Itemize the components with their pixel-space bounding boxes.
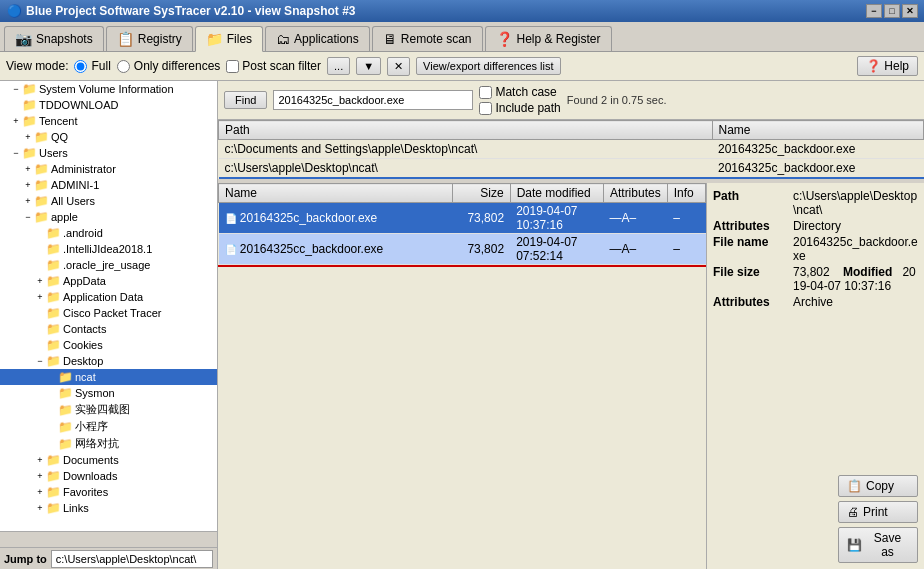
- tab-remote-scan-label: Remote scan: [401, 32, 472, 46]
- detail-path-label: Path: [713, 189, 793, 217]
- horizontal-scrollbar[interactable]: [0, 531, 217, 547]
- tree-item[interactable]: + 📁 QQ: [0, 129, 217, 145]
- post-scan-check[interactable]: [226, 60, 239, 73]
- tree-item[interactable]: 📁 Contacts: [0, 321, 217, 337]
- match-case-checkbox[interactable]: Match case: [479, 85, 560, 99]
- minimize-button[interactable]: −: [866, 4, 882, 18]
- tree-item[interactable]: 📁 实验四截图: [0, 401, 217, 418]
- match-case-label: Match case: [495, 85, 556, 99]
- table-row[interactable]: 📄 20164325c_backdoor.exe 73,802 2019-04-…: [219, 203, 706, 234]
- window-controls[interactable]: − □ ✕: [866, 4, 918, 18]
- tree-scroll-area[interactable]: − 📁 System Volume Information 📁 TDDOWNLO…: [0, 81, 217, 531]
- include-path-check[interactable]: [479, 102, 492, 115]
- files-col-name[interactable]: Name: [219, 184, 453, 203]
- action-buttons: 📋 Copy 🖨 Print 💾 Save as: [713, 475, 918, 563]
- tree-label: Administrator: [51, 163, 116, 175]
- tree-item[interactable]: 📁 Sysmon: [0, 385, 217, 401]
- tree-item[interactable]: − 📁 apple: [0, 209, 217, 225]
- include-path-checkbox[interactable]: Include path: [479, 101, 560, 115]
- tree-item[interactable]: + 📁 Links: [0, 500, 217, 516]
- tree-item[interactable]: − 📁 Users: [0, 145, 217, 161]
- tree-item[interactable]: 📁 .android: [0, 225, 217, 241]
- tree-item[interactable]: − 📁 Desktop: [0, 353, 217, 369]
- results-col-name[interactable]: Name: [712, 121, 924, 140]
- tree-item[interactable]: 📁 .IntelliJIdea2018.1: [0, 241, 217, 257]
- tab-snapshots[interactable]: 📷 Snapshots: [4, 26, 104, 51]
- save-as-button[interactable]: 💾 Save as: [838, 527, 918, 563]
- file-icon: 📄: [225, 244, 237, 255]
- files-col-date[interactable]: Date modified: [510, 184, 603, 203]
- tree-item[interactable]: + 📁 All Users: [0, 193, 217, 209]
- help-button[interactable]: ❓ Help: [857, 56, 918, 76]
- app-icon: 🔵: [6, 3, 22, 19]
- results-row[interactable]: c:\Documents and Settings\apple\Desktop\…: [219, 140, 924, 159]
- search-input[interactable]: [273, 90, 473, 110]
- tree-label: 实验四截图: [75, 402, 130, 417]
- detail-attrs-value: Directory: [793, 219, 918, 233]
- tree-item[interactable]: + 📁 Favorites: [0, 484, 217, 500]
- tree-item[interactable]: − 📁 System Volume Information: [0, 81, 217, 97]
- save-as-label: Save as: [866, 531, 909, 559]
- view-mode-label: View mode:: [6, 59, 68, 73]
- tree-item[interactable]: + 📁 Application Data: [0, 289, 217, 305]
- tree-item[interactable]: + 📁 Downloads: [0, 468, 217, 484]
- results-col-path[interactable]: Path: [219, 121, 713, 140]
- clear-filter-button[interactable]: ✕: [387, 57, 410, 76]
- window-title: Blue Project Software SysTracer v2.10 - …: [26, 4, 866, 18]
- tab-registry[interactable]: 📋 Registry: [106, 26, 193, 51]
- detail-filesize-label: File size: [713, 265, 793, 293]
- tree-item[interactable]: + 📁 Tencent: [0, 113, 217, 129]
- tree-item[interactable]: 📁 ncat: [0, 369, 217, 385]
- tab-applications[interactable]: 🗂 Applications: [265, 26, 370, 51]
- search-results-table: Path Name c:\Documents and Settings\appl…: [218, 120, 924, 179]
- folder-icon: 📁: [46, 322, 61, 336]
- tree-item[interactable]: 📁 网络对抗: [0, 435, 217, 452]
- only-diff-radio-group[interactable]: Only differences: [117, 59, 221, 73]
- tree-toggle: −: [34, 356, 46, 366]
- tree-label: Desktop: [63, 355, 103, 367]
- tree-item[interactable]: 📁 TDDOWNLOAD: [0, 97, 217, 113]
- results-row[interactable]: c:\Users\apple\Desktop\ncat\ 20164325c_b…: [219, 159, 924, 179]
- full-radio-group[interactable]: Full: [74, 59, 110, 73]
- copy-button[interactable]: 📋 Copy: [838, 475, 918, 497]
- tab-applications-label: Applications: [294, 32, 359, 46]
- files-col-size[interactable]: Size: [453, 184, 510, 203]
- right-panel: Find Match case Include path Found 2 in …: [218, 81, 924, 569]
- print-button[interactable]: 🖨 Print: [838, 501, 918, 523]
- left-panel: − 📁 System Volume Information 📁 TDDOWNLO…: [0, 81, 218, 569]
- post-scan-checkbox[interactable]: Post scan filter: [226, 59, 321, 73]
- match-case-check[interactable]: [479, 86, 492, 99]
- folder-icon: 📁: [46, 453, 61, 467]
- close-button[interactable]: ✕: [902, 4, 918, 18]
- jump-to-input[interactable]: [51, 550, 213, 568]
- tree-toggle: −: [22, 212, 34, 222]
- folder-icon: 📁: [22, 146, 37, 160]
- find-button[interactable]: Find: [224, 91, 267, 109]
- folder-icon: 📁: [58, 386, 73, 400]
- tab-help-register[interactable]: ❓ Help & Register: [485, 26, 612, 51]
- tree-label: .IntelliJIdea2018.1: [63, 243, 152, 255]
- only-diff-radio[interactable]: [117, 60, 130, 73]
- tab-remote-scan[interactable]: 🖥 Remote scan: [372, 26, 483, 51]
- tree-item[interactable]: 📁 小程序: [0, 418, 217, 435]
- files-col-info[interactable]: Info: [667, 184, 705, 203]
- table-row[interactable]: 📄 20164325cc_backdoor.exe 73,802 2019-04…: [219, 234, 706, 265]
- funnel-button[interactable]: ▼: [356, 57, 381, 75]
- maximize-button[interactable]: □: [884, 4, 900, 18]
- full-radio[interactable]: [74, 60, 87, 73]
- tree-item[interactable]: + 📁 Administrator: [0, 161, 217, 177]
- view-export-button[interactable]: View/export differences list: [416, 57, 560, 75]
- tree-label: All Users: [51, 195, 95, 207]
- tree-item[interactable]: 📁 Cisco Packet Tracer: [0, 305, 217, 321]
- files-col-attrs[interactable]: Attributes: [603, 184, 667, 203]
- tree-item[interactable]: 📁 Cookies: [0, 337, 217, 353]
- detail-filesize-row: File size 73,802 Modified 2019-04-07 10:…: [713, 265, 918, 293]
- tree-item[interactable]: + 📁 ADMINI-1: [0, 177, 217, 193]
- tree-item[interactable]: + 📁 Documents: [0, 452, 217, 468]
- tree-item[interactable]: 📁 .oracle_jre_usage: [0, 257, 217, 273]
- filter-ellipsis-button[interactable]: ...: [327, 57, 350, 75]
- search-options: Match case Include path: [479, 85, 560, 115]
- tree-item[interactable]: + 📁 AppData: [0, 273, 217, 289]
- tree-toggle: +: [22, 132, 34, 142]
- tab-files[interactable]: 📁 Files: [195, 26, 263, 52]
